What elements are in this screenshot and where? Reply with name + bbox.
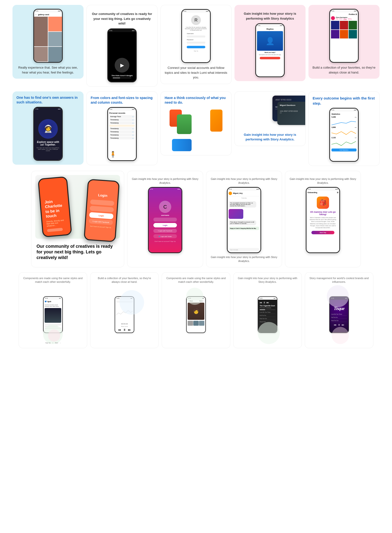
signup-text[interactable]: Don't have an account? Sign Up bbox=[90, 225, 111, 228]
reply-title: Happy to Catch A Seagoing Wild But No Wa… bbox=[230, 228, 258, 229]
photo-5 bbox=[340, 30, 348, 38]
big-phones-card: Join Charlotte to be in touch Directly, … bbox=[31, 171, 124, 267]
login-field-2[interactable] bbox=[90, 206, 114, 212]
gallery-phone: 9:41 ●●● ← gallery-card bbox=[33, 9, 63, 63]
thumb-1 bbox=[188, 321, 193, 326]
status-bar: 9:41 ●●● bbox=[182, 10, 210, 13]
space-content: 🧑‍🚀 Explore space with us! Together. Our… bbox=[34, 111, 62, 160]
status-bar: 9:41 ●●● bbox=[330, 10, 358, 12]
gallery-cell-3 bbox=[48, 32, 62, 47]
illus-block-2 bbox=[177, 114, 192, 134]
bottom-nav: Sign Up • Next › bbox=[43, 342, 63, 344]
login-button[interactable]: Login bbox=[153, 223, 177, 227]
left-phone: Join Charlotte to be in touch Directly, … bbox=[38, 176, 72, 237]
analytics-screen: 9:41 ●●● Replica 👤 Need you help? Descri… bbox=[256, 24, 284, 76]
help-desc: Description and some info about the app bbox=[257, 54, 283, 55]
chat-input[interactable]: Type message bbox=[229, 248, 259, 251]
chat-avatar bbox=[229, 192, 232, 195]
app1-area: 9:41 ●● 💙 Sprit And this invention would… bbox=[43, 285, 63, 344]
stat-3: 2,132 — bbox=[331, 137, 356, 138]
photo-6 bbox=[349, 30, 357, 38]
status-bar: 9:41 ●●● bbox=[256, 24, 284, 27]
track-3[interactable]: Heal Too Out bbox=[260, 317, 275, 320]
t3[interactable]: Heal Too Out bbox=[331, 319, 347, 322]
onboarding-phone: 9:41 ●●● Onboarding ☰ 🎒 Oh mamma mia! Le… bbox=[306, 187, 340, 253]
stats-card: Every outcome begins with the first step… bbox=[308, 91, 380, 166]
twitter-login[interactable]: 🐦 Login with Twitter bbox=[153, 234, 177, 238]
app1-desc: And this invention would certainly have … bbox=[44, 304, 62, 308]
stat-2: 3,890 — bbox=[331, 126, 356, 128]
msg-1: You accepted someone to Chat, so we star… bbox=[229, 201, 256, 208]
chat-screen: 9:41 ●●● Miguel, Any Yesterday You accep… bbox=[228, 188, 260, 252]
explore-text: Explore space with us! Together. bbox=[37, 141, 60, 146]
app-screen-4-card: Gain insight into how your story is perf… bbox=[233, 272, 302, 348]
app1-image bbox=[45, 308, 61, 323]
records-screen: 9:41 ●●● Personal records Average Pace— … bbox=[108, 108, 136, 160]
app1-label: Components are made using the same style… bbox=[23, 276, 83, 284]
status-bar: 9:41 ●● bbox=[258, 297, 277, 300]
person-photo-3: 🧑 bbox=[188, 303, 204, 320]
signup-link[interactable]: Sign Up bbox=[194, 50, 198, 52]
oh-mama-text: Oh mamma mia! Lets go hiking! bbox=[308, 211, 337, 216]
start-btn[interactable]: Start Trip bbox=[311, 231, 334, 234]
login-btn[interactable]: Login bbox=[89, 212, 113, 219]
card-name-front: Miguel Davidson bbox=[280, 104, 306, 106]
records-content: Personal records Average Pace— Timestamp… bbox=[108, 111, 136, 141]
record-bar bbox=[109, 125, 135, 127]
status-bar: 9:41 ●●● bbox=[228, 188, 260, 191]
stat-1: 5,456 — bbox=[331, 116, 356, 118]
stats-phone: 9:41 ●●● Statistics 5,456 — 3,89 bbox=[329, 108, 359, 162]
illustration-area bbox=[165, 107, 227, 151]
main-container: 9:41 ●●● ← gallery-card bbox=[0, 0, 392, 353]
play-button[interactable]: ▶ bbox=[115, 58, 129, 73]
reply-card: Happy to Catch A Seagoing Wild But No Wa… bbox=[229, 227, 259, 230]
user-row: Flora Harrington Post About Photo Settin… bbox=[331, 16, 357, 20]
full-stats-btn[interactable]: Full Statistics bbox=[331, 149, 356, 151]
credit-card-section: 4567 8765 8333 Miguel Davidson ◇ 07/17 M… bbox=[234, 91, 306, 146]
signin-button[interactable] bbox=[187, 46, 205, 48]
row-3: Join Charlotte to be in touch Directly, … bbox=[5, 171, 387, 267]
photo-bg: 🧑 bbox=[188, 303, 204, 320]
artist-name: Princess Chelsea bbox=[260, 307, 275, 309]
next-btn[interactable] bbox=[260, 57, 281, 59]
join-text: Join Charlotte to be in touch bbox=[44, 198, 65, 218]
password-field[interactable] bbox=[187, 42, 205, 44]
input-field[interactable] bbox=[47, 228, 63, 232]
player-controls: ⏮ ⏸ ⏭ bbox=[115, 328, 134, 332]
colors-fonts-card: From colors and font-sizes to spacing an… bbox=[86, 91, 158, 165]
username-input[interactable] bbox=[153, 218, 177, 222]
app1-title: 💙 Sprit bbox=[44, 300, 62, 304]
controls: ⏮ ⏸ ⏭ bbox=[260, 301, 275, 304]
right-phone: Login Login f Login with Facebook Don't … bbox=[84, 179, 120, 242]
progress bbox=[260, 310, 275, 310]
track-1[interactable]: Love Me Two Times bbox=[260, 311, 275, 314]
create-account[interactable]: Don't have an account? Sign Up bbox=[155, 241, 176, 242]
fb-login[interactable]: f Login with Facebook bbox=[153, 229, 177, 233]
gallery-cell-2 bbox=[48, 17, 62, 31]
nav-bar: ← gallery-card bbox=[34, 12, 62, 17]
fb-btn[interactable]: f Login with Facebook bbox=[89, 218, 113, 225]
stats-screen: 9:41 ●●● Statistics 5,456 — 3,89 bbox=[330, 109, 358, 161]
photo-grid bbox=[331, 21, 357, 38]
records-title: Personal records bbox=[109, 112, 135, 114]
connect-card-text: Connect your social accounts and follow … bbox=[165, 65, 227, 80]
t1[interactable]: Love Me Two Times bbox=[331, 313, 347, 316]
login-colorful-card: Gain insight into how your story is perf… bbox=[127, 171, 203, 267]
login-field-1[interactable] bbox=[90, 199, 114, 206]
date-label: Yesterday bbox=[228, 196, 260, 200]
image-attachment bbox=[229, 209, 243, 219]
analytics-card: Gain insight into how your story is perf… bbox=[234, 5, 306, 81]
blob-blue bbox=[120, 290, 144, 315]
gallery-card: 9:41 ●●● ← gallery-card bbox=[12, 5, 84, 79]
blob-pink-5 bbox=[332, 327, 349, 344]
records-phone: 9:41 ●●● Personal records Average Pace— … bbox=[107, 107, 137, 161]
stats-content: Statistics 5,456 — 3,890 — bbox=[330, 112, 358, 153]
think-text: Have a think consciously of what you nee… bbox=[165, 96, 227, 105]
track-2[interactable]: Fell Too Far bbox=[260, 314, 275, 317]
song-title: The Kids Aren't Alright bbox=[111, 74, 133, 77]
blob-3 bbox=[186, 288, 203, 305]
username-field[interactable] bbox=[187, 36, 205, 37]
r-logo: R bbox=[191, 15, 201, 25]
app5-area: 9:41 ●● Tisque Love Me Two Times Fell To… bbox=[329, 285, 349, 344]
t2[interactable]: Fell Too Far bbox=[331, 316, 347, 319]
